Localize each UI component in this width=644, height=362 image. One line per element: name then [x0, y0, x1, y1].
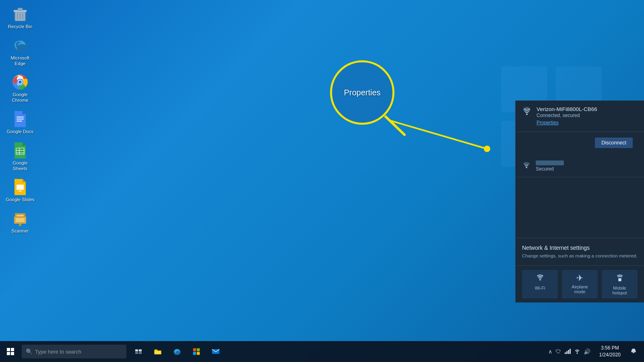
- svg-rect-24: [17, 185, 24, 190]
- svg-rect-43: [139, 350, 142, 352]
- wifi-network-name: Verizon-MiFi8800L-CB66: [537, 106, 638, 112]
- taskbar-store[interactable]: [188, 343, 205, 360]
- svg-rect-38: [7, 348, 10, 351]
- desktop: Recycle Bin Microsoft Edge: [0, 0, 644, 362]
- hotspot-quick-label: Mobile hotspot: [606, 286, 634, 295]
- scanner-icon: [12, 210, 29, 227]
- svg-point-35: [526, 167, 527, 169]
- desktop-icon-scanner[interactable]: Scanner: [4, 208, 36, 236]
- file-explorer-icon: [154, 348, 162, 355]
- svg-rect-56: [570, 349, 571, 354]
- edge-icon: [12, 37, 29, 54]
- quick-actions-row: Wi-Fi ✈ Airplane mode Mobile hotspot: [516, 265, 644, 302]
- svg-point-16: [19, 80, 22, 84]
- disconnect-row: Disconnect: [516, 132, 644, 155]
- wifi-signal-icon: [522, 106, 532, 119]
- svg-point-32: [484, 146, 490, 152]
- wifi-secured-network[interactable]: Secured: [516, 155, 644, 177]
- tray-sound-icon[interactable]: 🔊: [582, 348, 592, 355]
- taskbar-edge-icon: [173, 348, 181, 356]
- svg-line-7: [17, 13, 18, 19]
- wifi-spacer: [516, 177, 644, 238]
- svg-rect-55: [568, 350, 569, 354]
- edge-label: Microsoft Edge: [6, 56, 35, 67]
- svg-rect-40: [7, 352, 10, 355]
- quick-action-airplane[interactable]: ✈ Airplane mode: [562, 270, 598, 298]
- wifi-network-connected: Verizon-MiFi8800L-CB66 Connected, secure…: [516, 101, 644, 132]
- svg-rect-27: [16, 218, 25, 222]
- svg-rect-44: [135, 352, 138, 354]
- quick-action-hotspot[interactable]: Mobile hotspot: [602, 270, 638, 298]
- tray-network-icon[interactable]: [563, 348, 572, 356]
- svg-point-36: [539, 279, 541, 281]
- wifi-properties-link[interactable]: Properties: [537, 120, 559, 125]
- desktop-icon-docs[interactable]: Google Docs: [4, 109, 36, 136]
- svg-rect-37: [618, 278, 621, 281]
- svg-line-33: [386, 117, 405, 135]
- desktop-icon-recycle-bin[interactable]: Recycle Bin: [4, 4, 36, 31]
- taskbar-clock[interactable]: 3:56 PM 1/24/2020: [596, 341, 624, 362]
- magnifier-annotation: Properties: [330, 60, 411, 141]
- svg-rect-42: [135, 350, 138, 352]
- wifi-secured-bar: [536, 160, 564, 165]
- taskbar-task-view[interactable]: [130, 343, 147, 360]
- network-settings-section[interactable]: Network & Internet settings Change setti…: [516, 238, 644, 265]
- svg-rect-6: [18, 8, 23, 10]
- disconnect-button[interactable]: Disconnect: [595, 138, 633, 148]
- taskbar-search[interactable]: 🔍 Type here to search: [22, 345, 126, 358]
- notification-icon: [630, 348, 637, 355]
- svg-rect-53: [565, 352, 566, 354]
- taskbar-search-placeholder: Type here to search: [35, 349, 81, 355]
- taskbar-mail[interactable]: [207, 343, 225, 360]
- svg-rect-25: [19, 191, 22, 191]
- recycle-bin-label: Recycle Bin: [8, 24, 33, 30]
- svg-rect-29: [17, 215, 24, 216]
- sheets-label: Google Sheets: [6, 160, 35, 172]
- network-settings-desc: Change settings, such as making a connec…: [522, 253, 638, 259]
- clock-time: 3:56 PM: [601, 345, 619, 352]
- tray-wifi-icon[interactable]: [572, 348, 582, 356]
- desktop-icon-edge[interactable]: Microsoft Edge: [4, 35, 36, 68]
- docs-label: Google Docs: [7, 129, 33, 135]
- svg-point-34: [526, 113, 528, 115]
- svg-rect-30: [19, 224, 21, 226]
- magnifier-label: Properties: [344, 88, 380, 97]
- chrome-label: Google Chrome: [6, 92, 35, 103]
- windows-start-icon: [7, 348, 14, 355]
- taskbar-app-icons: [130, 343, 225, 360]
- slides-icon: [12, 179, 29, 195]
- start-button[interactable]: [0, 341, 21, 362]
- svg-rect-18: [17, 119, 24, 119]
- taskbar-tray: ∧ 🛡 🔊: [543, 341, 595, 362]
- wifi-secured-label: Secured: [536, 166, 564, 172]
- tray-up-arrow[interactable]: ∧: [547, 348, 554, 355]
- wifi-secured-info: Secured: [536, 160, 564, 172]
- desktop-icon-slides[interactable]: Google Slides: [4, 177, 36, 204]
- desktop-icons: Recycle Bin Microsoft Edge: [4, 4, 36, 236]
- svg-rect-49: [197, 348, 200, 352]
- tray-security-icon[interactable]: 🛡: [554, 348, 563, 355]
- quick-action-wifi[interactable]: Wi-Fi: [522, 270, 558, 298]
- recycle-bin-icon: [12, 6, 29, 23]
- docs-icon: [12, 111, 29, 128]
- taskbar-mail-icon: [212, 348, 220, 355]
- svg-rect-48: [193, 348, 196, 352]
- desktop-icon-chrome[interactable]: Google Chrome: [4, 72, 36, 105]
- desktop-icon-sheets[interactable]: Google Sheets: [4, 140, 36, 173]
- taskbar-file-explorer[interactable]: [149, 343, 167, 360]
- svg-rect-41: [11, 352, 14, 355]
- taskbar-edge[interactable]: [168, 343, 186, 360]
- airplane-quick-label: Airplane mode: [566, 284, 594, 294]
- svg-rect-46: [155, 351, 161, 354]
- svg-rect-45: [139, 352, 142, 354]
- magnifier-circle: Properties: [330, 60, 394, 125]
- wifi-network-info: Verizon-MiFi8800L-CB66 Connected, secure…: [537, 106, 638, 126]
- airplane-quick-icon: ✈: [576, 273, 583, 283]
- taskbar-notification-center[interactable]: [625, 341, 642, 362]
- taskbar: 🔍 Type here to search: [0, 341, 644, 362]
- slides-label: Google Slides: [6, 197, 35, 203]
- hotspot-quick-icon: [615, 273, 624, 284]
- svg-rect-19: [17, 121, 22, 121]
- svg-rect-17: [17, 117, 24, 117]
- wifi-quick-label: Wi-Fi: [535, 286, 545, 290]
